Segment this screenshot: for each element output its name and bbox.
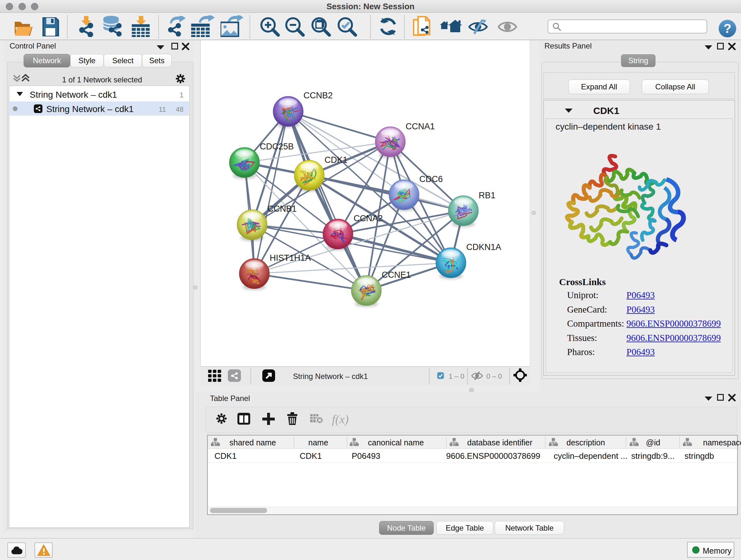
svg-text:CCNB1: CCNB1 <box>267 204 297 213</box>
svg-text:CCNE1: CCNE1 <box>382 270 411 280</box>
svg-text:CDC25B: CDC25B <box>260 142 294 151</box>
svg-text:CCNA2: CCNA2 <box>354 213 383 223</box>
svg-text:CDKN1A: CDKN1A <box>466 242 501 252</box>
svg-text:HIST1H1A: HIST1H1A <box>270 253 311 263</box>
svg-text:RB1: RB1 <box>479 191 495 200</box>
svg-text:CDC6: CDC6 <box>419 174 443 184</box>
svg-text:CCNB2: CCNB2 <box>304 91 333 100</box>
svg-text:CCNA1: CCNA1 <box>406 122 435 131</box>
svg-text:CDK1: CDK1 <box>325 155 347 165</box>
